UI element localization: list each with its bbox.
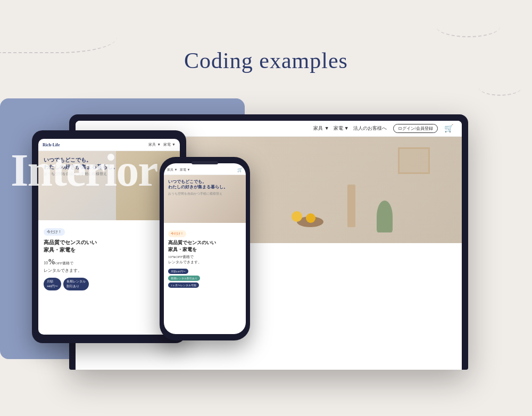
phone-hero-line2: わたしの好きが集まる暮らし。 [168, 185, 228, 190]
phone-nav-right: 🛒 [237, 168, 243, 172]
phone-nav-left: 家具 ▼ 家電 ▼ [167, 168, 190, 172]
nav-item-furniture: 家具 ▼ [313, 125, 329, 132]
fruit2-shape [306, 213, 315, 223]
fruit1-shape [292, 211, 302, 222]
tablet-badge: 今だけ！ [44, 228, 65, 236]
site-nav-items: 家具 ▼ 家電 ▼ 法人のお客様へ [313, 125, 386, 132]
deco-curve-right2 [479, 80, 521, 96]
lamp-shape [347, 185, 355, 227]
phone-hero: いつでもどこでも。 わたしの好きが集まる暮らし。 おうち空間を自由かつ手軽に模様… [164, 175, 246, 223]
tablet-section-body: 10%OFF価格でレンタルできます。 [44, 257, 174, 273]
phone-hero-line1: いつでもどこでも。 [168, 179, 228, 185]
wall-frame-shape [398, 147, 430, 174]
nav-login-button[interactable]: ログイン/会員登録 [393, 124, 438, 133]
nav-item-appliances: 家電 ▼ [334, 125, 349, 132]
phone-section-heading: 高品質でセンスのいい家具・家電を [168, 239, 242, 253]
cart-icon[interactable]: 🛒 [444, 124, 453, 133]
nav-item-corporate: 法人のお客様へ [353, 125, 387, 132]
phone-badge-price: 月額440円〜 [168, 269, 188, 274]
phone-badge-discount: 長期レンタル割引あり [168, 276, 200, 281]
phone-section-body: 10%OFF価格でレンタルできます。 [168, 255, 242, 265]
tablet-badge-price: 月額440円〜 [44, 278, 61, 290]
phone-section: 今だけ！ 高品質でセンスのいい家具・家電を 10%OFF価格でレンタルできます。… [164, 223, 246, 292]
phone-frame: 家具 ▼ 家電 ▼ 🛒 いつでもどこでも。 わたしの好きが集まる暮らし。 おうち… [160, 157, 250, 340]
phone-screen: 家具 ▼ 家電 ▼ 🛒 いつでもどこでも。 わたしの好きが集まる暮らし。 おうち… [164, 163, 246, 334]
phone-mockup: 家具 ▼ 家電 ▼ 🛒 いつでもどこでも。 わたしの好きが集まる暮らし。 おうち… [160, 157, 250, 340]
plant-shape [377, 201, 393, 232]
tablet-section-heading: 高品質でセンスのいい家具・家電を [44, 239, 174, 254]
page-title: Coding examples [0, 0, 532, 73]
interior-text: Interior [11, 144, 157, 197]
phone-badge-rental: 1ヶ月〜レンタル可能 [168, 282, 199, 288]
tablet-badge-discount: 長期レンタル割引あり [63, 278, 89, 290]
tablet-section: 今だけ！ 高品質でセンスのいい家具・家電を 10%OFF価格でレンタルできます。… [38, 220, 180, 296]
phone-hero-text: いつでもどこでも。 わたしの好きが集まる暮らし。 おうち空間を自由かつ手軽に模様… [168, 179, 228, 196]
tablet-section-badges: 月額440円〜 長期レンタル割引あり [44, 278, 174, 290]
phone-notch [192, 161, 218, 164]
phone-bottom-badges: 月額440円〜 長期レンタル割引あり 1ヶ月〜レンタル可能 [168, 269, 242, 288]
phone-badge: 今だけ！ [168, 230, 186, 237]
showcase-container: Interior 家具 ▼ 家電 ▼ 法人のお客様へ ログイン/会員登録 🛒 [0, 98, 532, 416]
phone-hero-sub: おうち空間を自由かつ手軽に模様替え [168, 192, 228, 196]
phone-navbar: 家具 ▼ 家電 ▼ 🛒 [164, 163, 246, 175]
